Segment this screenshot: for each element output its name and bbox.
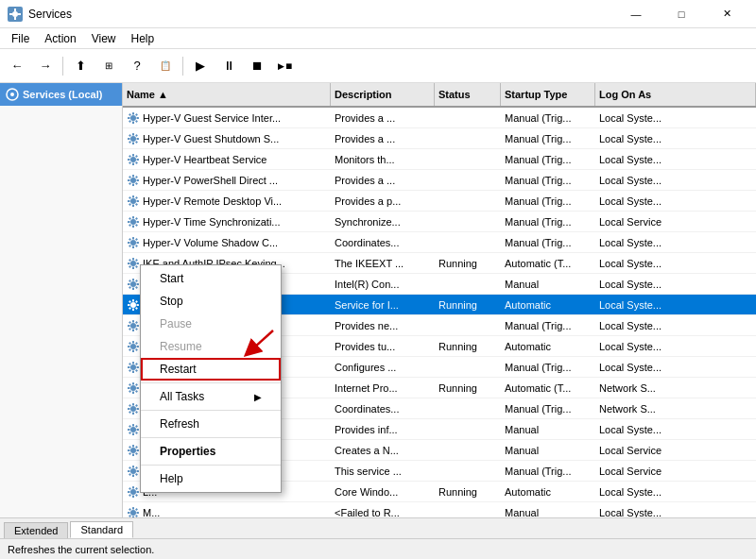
window-controls: — □ ✕ bbox=[614, 0, 748, 28]
ctx-label: Pause bbox=[160, 317, 192, 330]
col-header-startup[interactable]: Startup Type bbox=[501, 83, 595, 106]
table-row[interactable]: M...<Failed to R...ManualLocal Syste... bbox=[123, 502, 756, 517]
ctx-item-all-tasks[interactable]: All Tasks▶ bbox=[141, 385, 281, 408]
ctx-item-refresh[interactable]: Refresh bbox=[141, 413, 281, 435]
svg-rect-181 bbox=[132, 516, 134, 517]
ctx-item-start[interactable]: Start bbox=[141, 267, 281, 290]
table-row[interactable]: Hyper-V Time Synchronizati...Synchronize… bbox=[123, 212, 756, 232]
svg-rect-187 bbox=[135, 515, 138, 517]
stop-service-button[interactable]: ⏹ bbox=[244, 53, 270, 79]
maximize-button[interactable]: □ bbox=[660, 0, 703, 28]
svg-rect-131 bbox=[135, 383, 138, 386]
service-name-text: Hyper-V Remote Desktop Vi... bbox=[143, 195, 282, 207]
menu-help[interactable]: Help bbox=[124, 30, 163, 47]
service-logon: Local Syste... bbox=[595, 295, 756, 314]
svg-rect-145 bbox=[132, 432, 134, 435]
table-row[interactable]: Hyper-V Heartbeat ServiceMonitors th...M… bbox=[123, 149, 756, 170]
table-row[interactable]: Hyper-V Volume Shadow C...Coordinates...… bbox=[123, 232, 756, 253]
svg-rect-183 bbox=[137, 512, 140, 514]
svg-rect-122 bbox=[135, 363, 138, 365]
back-button[interactable]: ← bbox=[4, 53, 30, 79]
svg-rect-66 bbox=[137, 242, 140, 244]
service-name: Hyper-V Heartbeat Service bbox=[123, 149, 331, 169]
export-button[interactable]: 📋 bbox=[152, 53, 179, 79]
service-desc: This service ... bbox=[331, 461, 435, 481]
service-startup: Manual (Trig... bbox=[501, 398, 595, 418]
svg-rect-132 bbox=[129, 390, 131, 393]
svg-point-26 bbox=[130, 157, 136, 162]
service-desc: Provides a p... bbox=[331, 191, 435, 211]
service-logon: Local Syste... bbox=[595, 336, 756, 356]
service-startup: Manual (Trig... bbox=[501, 149, 595, 169]
svg-rect-94 bbox=[129, 300, 131, 303]
svg-rect-133 bbox=[135, 390, 138, 393]
menu-view[interactable]: View bbox=[84, 30, 124, 47]
svg-rect-48 bbox=[137, 200, 140, 202]
service-logon: Local Syste... bbox=[595, 149, 756, 169]
ctx-item-restart[interactable]: Restart bbox=[141, 358, 281, 381]
svg-rect-83 bbox=[128, 283, 130, 285]
ctx-label: Refresh bbox=[160, 417, 199, 431]
svg-rect-72 bbox=[132, 258, 134, 261]
col-header-desc[interactable]: Description bbox=[331, 83, 435, 106]
tab-standard[interactable]: Standard bbox=[70, 521, 133, 538]
help-button[interactable]: ? bbox=[124, 53, 150, 79]
svg-rect-167 bbox=[135, 466, 138, 469]
context-menu: StartStopPauseResumeRestartAll Tasks▶Ref… bbox=[140, 264, 282, 493]
col-header-name[interactable]: Name ▲ bbox=[123, 83, 331, 106]
menu-file[interactable]: File bbox=[4, 30, 37, 47]
svg-rect-16 bbox=[135, 120, 138, 123]
svg-rect-50 bbox=[135, 196, 138, 199]
gear-icon bbox=[127, 278, 140, 291]
ctx-item-stop[interactable]: Stop bbox=[141, 290, 281, 313]
menu-action[interactable]: Action bbox=[37, 30, 83, 47]
svg-rect-14 bbox=[135, 113, 138, 116]
col-header-logon[interactable]: Log On As bbox=[595, 83, 756, 106]
svg-rect-69 bbox=[129, 245, 131, 247]
properties-button[interactable]: ⊞ bbox=[95, 53, 122, 79]
table-row[interactable]: Hyper-V Guest Shutdown S...Provides a ..… bbox=[123, 128, 756, 149]
svg-rect-106 bbox=[135, 328, 138, 330]
ctx-item-help[interactable]: Help bbox=[141, 467, 281, 490]
svg-rect-77 bbox=[135, 259, 138, 262]
svg-rect-59 bbox=[135, 217, 138, 220]
minimize-button[interactable]: — bbox=[614, 0, 658, 28]
service-name: Hyper-V Time Synchronizati... bbox=[123, 212, 331, 231]
svg-rect-120 bbox=[137, 366, 140, 368]
svg-rect-47 bbox=[128, 200, 130, 202]
svg-rect-156 bbox=[137, 449, 140, 451]
svg-rect-184 bbox=[129, 508, 131, 511]
start-service-button[interactable]: ▶ bbox=[187, 53, 214, 79]
close-button[interactable]: ✕ bbox=[705, 0, 748, 28]
svg-rect-68 bbox=[135, 238, 138, 241]
service-status bbox=[435, 232, 501, 252]
svg-rect-176 bbox=[135, 487, 138, 490]
table-row[interactable]: Hyper-V PowerShell Direct ...Provides a … bbox=[123, 170, 756, 191]
svg-rect-155 bbox=[128, 449, 130, 451]
table-row[interactable]: Hyper-V Remote Desktop Vi...Provides a p… bbox=[123, 191, 756, 212]
up-button[interactable]: ⬆ bbox=[67, 53, 94, 79]
col-header-status[interactable]: Status bbox=[435, 83, 501, 106]
service-startup: Manual (Trig... bbox=[501, 108, 595, 127]
tab-extended[interactable]: Extended bbox=[4, 522, 68, 538]
service-logon: Local Service bbox=[595, 212, 756, 231]
service-desc: Core Windo... bbox=[331, 482, 435, 501]
svg-rect-115 bbox=[135, 348, 138, 351]
service-status bbox=[435, 191, 501, 211]
svg-rect-140 bbox=[135, 404, 138, 407]
service-name: Hyper-V Remote Desktop Vi... bbox=[123, 191, 331, 211]
service-status bbox=[435, 108, 501, 127]
restart-service-button[interactable]: ▶⏹ bbox=[272, 53, 299, 79]
pause-service-button[interactable]: ⏸ bbox=[215, 53, 242, 79]
gear-icon bbox=[127, 195, 140, 208]
ctx-item-properties[interactable]: Properties bbox=[141, 440, 281, 463]
svg-rect-31 bbox=[129, 155, 131, 158]
service-startup: Manual bbox=[501, 274, 595, 294]
gear-icon bbox=[127, 423, 140, 436]
table-row[interactable]: Hyper-V Guest Service Inter...Provides a… bbox=[123, 108, 756, 128]
svg-rect-27 bbox=[132, 154, 134, 157]
gear-icon bbox=[127, 298, 140, 312]
svg-rect-93 bbox=[137, 304, 140, 306]
forward-button[interactable]: → bbox=[32, 53, 59, 79]
service-logon: Local Syste... bbox=[595, 232, 756, 252]
